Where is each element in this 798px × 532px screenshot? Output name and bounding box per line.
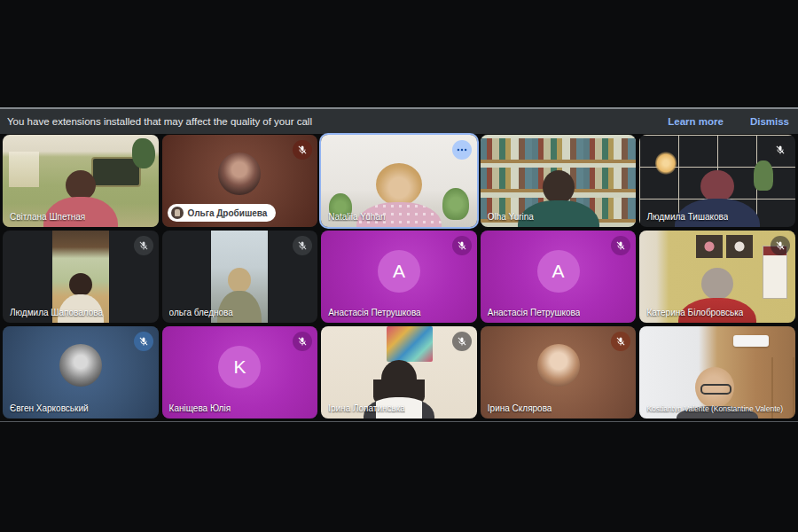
banner-message: You have extensions installed that may a… xyxy=(7,116,312,127)
person-silhouette xyxy=(69,273,92,296)
participant-tile-olha-drobysheva[interactable]: Ольга Дробишева xyxy=(162,135,318,227)
person-silhouette xyxy=(695,367,734,408)
person-silhouette xyxy=(701,268,733,300)
person-silhouette xyxy=(66,170,96,200)
participant-name: Світлана Шпетная xyxy=(10,212,85,222)
participant-name: Катерина Білобровська xyxy=(646,308,743,317)
participant-tile-liudmyla-tyshakova[interactable]: Людмила Тишакова xyxy=(639,135,795,227)
mic-off-icon xyxy=(771,236,790,255)
participant-name: Kostiantyn Valente (Konstantine Valente) xyxy=(646,404,783,413)
dismiss-link[interactable]: Dismiss xyxy=(750,116,789,127)
participant-tile-nataliia-yuhan-active[interactable]: Nataliia Yuhan xyxy=(321,135,477,227)
participant-grid: Світлана Шпетная Ольга Дробишева Natalii… xyxy=(0,135,798,419)
raised-hand-icon xyxy=(171,207,184,219)
participant-name: Анастасія Петрушкова xyxy=(488,308,580,317)
avatar-initial: A xyxy=(378,250,420,293)
person-silhouette xyxy=(228,268,251,293)
avatar-initial: A xyxy=(537,250,580,293)
participant-tile-kostiantyn-valente[interactable]: Kostiantyn Valente (Konstantine Valente) xyxy=(639,326,795,419)
avatar xyxy=(59,344,102,387)
mic-off-icon xyxy=(293,236,312,255)
participant-name: ольга бледнова xyxy=(169,308,233,317)
participant-tile-anastasiia-petrushkova-2[interactable]: A Анастасія Петрушкова xyxy=(481,231,637,323)
participant-name: Nataliia Yuhan xyxy=(328,212,385,222)
participant-name: Людмила Шаповалова xyxy=(10,308,103,317)
mic-off-icon xyxy=(452,332,472,351)
extensions-warning-banner: You have extensions installed that may a… xyxy=(0,109,798,134)
participant-tile-anastasiia-petrushkova-1[interactable]: A Анастасія Петрушкова xyxy=(321,231,477,323)
participant-tile-iryna-lopatynska[interactable]: Ірина Лопатинська xyxy=(321,326,477,419)
participant-tile-iryna-skliarova[interactable]: Ірина Склярова xyxy=(481,326,637,419)
mic-off-icon xyxy=(452,236,472,255)
participant-name: Людмила Тишакова xyxy=(646,212,728,222)
window-divider xyxy=(0,421,798,422)
participant-name: Ірина Склярова xyxy=(488,403,552,413)
participant-tile-olha-yurina[interactable]: Olha Yurina xyxy=(481,135,637,227)
person-silhouette xyxy=(376,163,422,206)
mic-off-icon xyxy=(771,140,790,160)
mic-off-icon xyxy=(134,236,153,255)
participant-name: Ольга Дробишева xyxy=(188,208,268,218)
participant-name: Євген Харковський xyxy=(10,403,89,413)
learn-more-link[interactable]: Learn more xyxy=(668,116,724,127)
participant-tile-kateryna-bilobrovska[interactable]: Катерина Білобровська xyxy=(639,231,795,323)
participant-name: Ірина Лопатинська xyxy=(328,403,405,413)
avatar xyxy=(537,344,580,387)
person-silhouette xyxy=(543,170,575,204)
participant-tile-kanishcheva-yuliia[interactable]: K Каніщева Юлія xyxy=(162,326,318,419)
person-silhouette xyxy=(700,170,734,202)
participant-name: Olha Yurina xyxy=(488,212,534,222)
participant-tile-yevhen-kharkovskyi[interactable]: Євген Харковський xyxy=(3,326,159,419)
avatar-initial: K xyxy=(218,346,261,388)
meet-window: You have extensions installed that may a… xyxy=(0,0,798,532)
mic-off-icon xyxy=(134,332,153,351)
person-silhouette xyxy=(381,360,417,397)
participant-name-pill: Ольга Дробишева xyxy=(168,204,277,222)
participant-tile-liudmyla-shapovalova[interactable]: Людмила Шаповалова xyxy=(3,231,159,323)
avatar xyxy=(218,153,261,195)
participant-name: Анастасія Петрушкова xyxy=(328,308,420,317)
participant-tile-svitlana-shpetnaya[interactable]: Світлана Шпетная xyxy=(3,135,159,227)
participant-name: Каніщева Юлія xyxy=(169,403,231,413)
participant-tile-olha-blednova[interactable]: ольга бледнова xyxy=(162,231,318,323)
more-options-icon[interactable] xyxy=(452,140,472,160)
